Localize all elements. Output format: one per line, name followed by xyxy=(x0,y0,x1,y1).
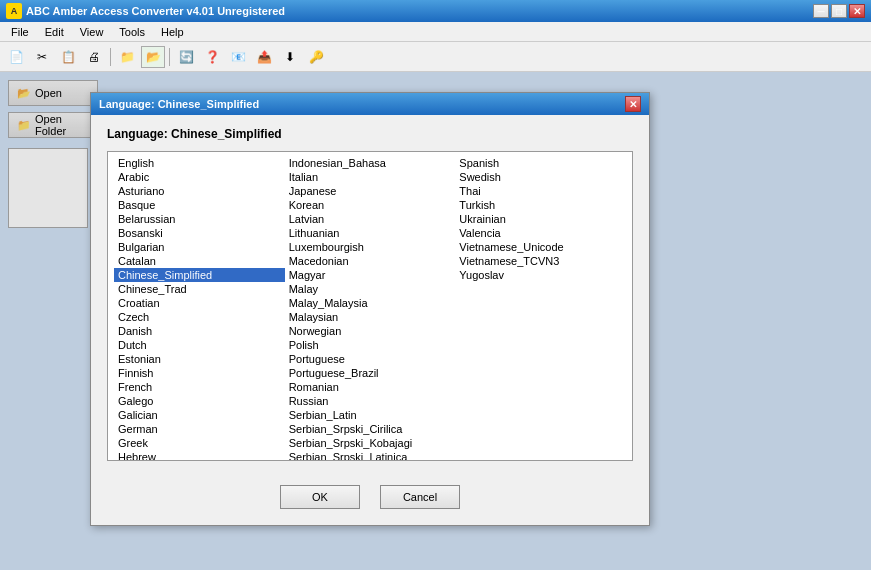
main-area: 📂 Open 📁 Open Folder Language: Chinese_S… xyxy=(0,72,871,570)
lang-finnish[interactable]: Finnish xyxy=(114,366,285,380)
lang-danish[interactable]: Danish xyxy=(114,324,285,338)
lang-croatian[interactable]: Croatian xyxy=(114,296,285,310)
lang-luxembourgish[interactable]: Luxembourgish xyxy=(285,240,456,254)
menu-bar: File Edit View Tools Help xyxy=(0,22,871,42)
lang-malay[interactable]: Malay xyxy=(285,282,456,296)
lang-norwegian[interactable]: Norwegian xyxy=(285,324,456,338)
toolbar-print[interactable]: 🖨 xyxy=(82,46,106,68)
lang-catalan[interactable]: Catalan xyxy=(114,254,285,268)
lang-valencia[interactable]: Valencia xyxy=(455,226,626,240)
lang-bosanski[interactable]: Bosanski xyxy=(114,226,285,240)
language-col-1: English Arabic Asturiano Basque Belaruss… xyxy=(114,156,285,461)
lang-chinese-trad[interactable]: Chinese_Trad xyxy=(114,282,285,296)
lang-russian[interactable]: Russian xyxy=(285,394,456,408)
lang-vietnamese-unicode[interactable]: Vietnamese_Unicode xyxy=(455,240,626,254)
dialog-buttons: OK Cancel xyxy=(91,473,649,525)
lang-arabic[interactable]: Arabic xyxy=(114,170,285,184)
lang-french[interactable]: French xyxy=(114,380,285,394)
minimize-button[interactable]: ─ xyxy=(813,4,829,18)
lang-polish[interactable]: Polish xyxy=(285,338,456,352)
toolbar-export[interactable]: 📤 xyxy=(252,46,276,68)
ok-button[interactable]: OK xyxy=(280,485,360,509)
language-columns: English Arabic Asturiano Basque Belaruss… xyxy=(110,154,630,461)
lang-thai[interactable]: Thai xyxy=(455,184,626,198)
lang-serbian-latin[interactable]: Serbian_Latin xyxy=(285,408,456,422)
title-bar-left: A ABC Amber Access Converter v4.01 Unreg… xyxy=(6,3,285,19)
lang-malay-malaysia[interactable]: Malay_Malaysia xyxy=(285,296,456,310)
toolbar-open-file[interactable]: 📂 xyxy=(141,46,165,68)
lang-romanian[interactable]: Romanian xyxy=(285,380,456,394)
dialog-title: Language: Chinese_Simplified xyxy=(99,98,259,110)
lang-german[interactable]: German xyxy=(114,422,285,436)
lang-english[interactable]: English xyxy=(114,156,285,170)
lang-serbian-srpski-kobajagi[interactable]: Serbian_Srpski_Kobajagi xyxy=(285,436,456,450)
cancel-button[interactable]: Cancel xyxy=(380,485,460,509)
lang-magyar[interactable]: Magyar xyxy=(285,268,456,282)
lang-korean[interactable]: Korean xyxy=(285,198,456,212)
lang-galego[interactable]: Galego xyxy=(114,394,285,408)
lang-serbian-srpski-cirilica[interactable]: Serbian_Srpski_Cirilica xyxy=(285,422,456,436)
lang-yugoslav[interactable]: Yugoslav xyxy=(455,268,626,282)
menu-edit[interactable]: Edit xyxy=(38,23,71,41)
lang-italian[interactable]: Italian xyxy=(285,170,456,184)
language-col-3: Spanish Swedish Thai Turkish Ukrainian V… xyxy=(455,156,626,461)
lang-malaysian[interactable]: Malaysian xyxy=(285,310,456,324)
language-dialog: Language: Chinese_Simplified ✕ Language:… xyxy=(90,92,650,526)
toolbar-refresh[interactable]: 🔄 xyxy=(174,46,198,68)
language-list[interactable]: English Arabic Asturiano Basque Belaruss… xyxy=(107,151,633,461)
lang-indonesian-bahasa[interactable]: Indonesian_Bahasa xyxy=(285,156,456,170)
lang-ukrainian[interactable]: Ukrainian xyxy=(455,212,626,226)
lang-bulgarian[interactable]: Bulgarian xyxy=(114,240,285,254)
lang-portuguese[interactable]: Portuguese xyxy=(285,352,456,366)
dialog-title-bar: Language: Chinese_Simplified ✕ xyxy=(91,93,649,115)
toolbar-new[interactable]: 📄 xyxy=(4,46,28,68)
menu-help[interactable]: Help xyxy=(154,23,191,41)
toolbar-key[interactable]: 🔑 xyxy=(304,46,328,68)
menu-view[interactable]: View xyxy=(73,23,111,41)
title-bar: A ABC Amber Access Converter v4.01 Unreg… xyxy=(0,0,871,22)
lang-asturiano[interactable]: Asturiano xyxy=(114,184,285,198)
toolbar-download[interactable]: ⬇ xyxy=(278,46,302,68)
lang-turkish[interactable]: Turkish xyxy=(455,198,626,212)
lang-chinese-simplified[interactable]: Chinese_Simplified xyxy=(114,268,285,282)
lang-japanese[interactable]: Japanese xyxy=(285,184,456,198)
lang-swedish[interactable]: Swedish xyxy=(455,170,626,184)
lang-macedonian[interactable]: Macedonian xyxy=(285,254,456,268)
toolbar-cut[interactable]: ✂ xyxy=(30,46,54,68)
dialog-overlay: Language: Chinese_Simplified ✕ Language:… xyxy=(0,72,871,570)
lang-spanish[interactable]: Spanish xyxy=(455,156,626,170)
toolbar-email[interactable]: 📧 xyxy=(226,46,250,68)
lang-lithuanian[interactable]: Lithuanian xyxy=(285,226,456,240)
lang-czech[interactable]: Czech xyxy=(114,310,285,324)
language-col-2: Indonesian_Bahasa Italian Japanese Korea… xyxy=(285,156,456,461)
toolbar-open-folder[interactable]: 📁 xyxy=(115,46,139,68)
lang-serbian-srpski-latinica[interactable]: Serbian_Srpski_Latinica xyxy=(285,450,456,461)
lang-portuguese-brazil[interactable]: Portuguese_Brazil xyxy=(285,366,456,380)
lang-hebrew[interactable]: Hebrew xyxy=(114,450,285,461)
lang-basque[interactable]: Basque xyxy=(114,198,285,212)
app-title: ABC Amber Access Converter v4.01 Unregis… xyxy=(26,5,285,17)
lang-greek[interactable]: Greek xyxy=(114,436,285,450)
app-icon: A xyxy=(6,3,22,19)
maximize-button[interactable]: □ xyxy=(831,4,847,18)
toolbar-copy[interactable]: 📋 xyxy=(56,46,80,68)
close-button[interactable]: ✕ xyxy=(849,4,865,18)
lang-belarussian[interactable]: Belarussian xyxy=(114,212,285,226)
lang-latvian[interactable]: Latvian xyxy=(285,212,456,226)
menu-tools[interactable]: Tools xyxy=(112,23,152,41)
toolbar: 📄 ✂ 📋 🖨 📁 📂 🔄 ❓ 📧 📤 ⬇ 🔑 xyxy=(0,42,871,72)
lang-dutch[interactable]: Dutch xyxy=(114,338,285,352)
toolbar-sep2 xyxy=(169,48,170,66)
lang-estonian[interactable]: Estonian xyxy=(114,352,285,366)
lang-vietnamese-tcvn3[interactable]: Vietnamese_TCVN3 xyxy=(455,254,626,268)
toolbar-sep1 xyxy=(110,48,111,66)
dialog-heading: Language: Chinese_Simplified xyxy=(107,127,633,141)
toolbar-help[interactable]: ❓ xyxy=(200,46,224,68)
dialog-content: Language: Chinese_Simplified English Ara… xyxy=(91,115,649,473)
menu-file[interactable]: File xyxy=(4,23,36,41)
dialog-close-button[interactable]: ✕ xyxy=(625,96,641,112)
lang-galician[interactable]: Galician xyxy=(114,408,285,422)
